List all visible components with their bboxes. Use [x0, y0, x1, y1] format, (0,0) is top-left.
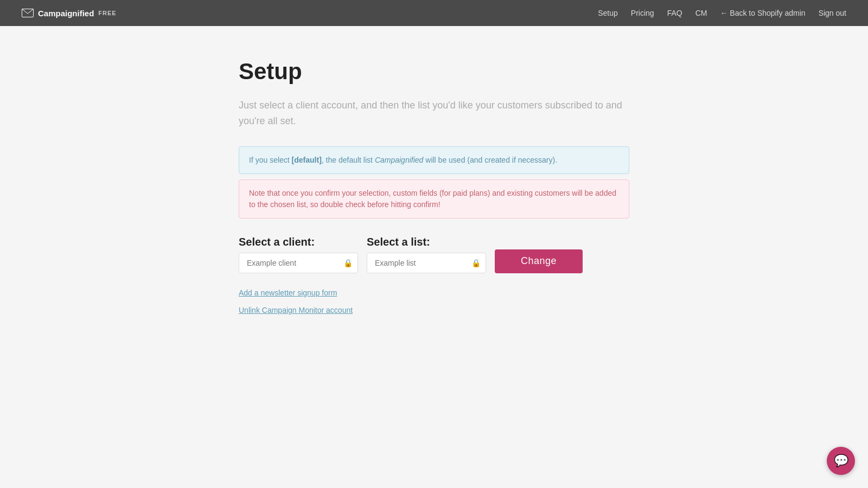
info-blue-bold: [default] [292, 156, 322, 164]
nav-pricing[interactable]: Pricing [631, 9, 654, 17]
list-lock-icon: 🔒 [471, 259, 481, 267]
brand-name: Campaignified [38, 9, 94, 18]
info-box-default: If you select [default], the default lis… [239, 146, 629, 174]
client-selector-group: Select a client: 🔒 [239, 236, 358, 273]
client-lock-icon: 🔒 [343, 259, 353, 267]
info-blue-italic: Campaignified [375, 156, 424, 164]
change-button[interactable]: Change [495, 249, 583, 273]
client-input[interactable] [239, 253, 358, 273]
page-description: Just select a client account, and then t… [239, 98, 629, 129]
selectors-row: Select a client: 🔒 Select a list: 🔒 Chan… [239, 236, 629, 273]
add-newsletter-form-link[interactable]: Add a newsletter signup form [239, 288, 629, 297]
main-nav: Setup Pricing FAQ CM ← Back to Shopify a… [598, 9, 846, 17]
list-label: Select a list: [367, 236, 486, 248]
info-blue-prefix: If you select [249, 156, 292, 164]
nav-faq[interactable]: FAQ [667, 9, 682, 17]
nav-cm[interactable]: CM [695, 9, 707, 17]
nav-back-shopify[interactable]: ← Back to Shopify admin [720, 9, 805, 17]
info-blue-suffix: , the default list [322, 156, 375, 164]
brand-logo: Campaignified FREE [22, 9, 117, 18]
main-content: Setup Just select a client account, and … [0, 26, 868, 336]
info-blue-end: will be used (and created if necessary). [423, 156, 557, 164]
list-selector-group: Select a list: 🔒 [367, 236, 486, 273]
app-header: Campaignified FREE Setup Pricing FAQ CM … [0, 0, 868, 26]
info-pink-text: Note that once you confirm your selectio… [249, 189, 616, 209]
action-links: Add a newsletter signup form Unlink Camp… [239, 288, 629, 314]
client-label: Select a client: [239, 236, 358, 248]
envelope-icon [22, 9, 34, 17]
unlink-campaign-monitor-link[interactable]: Unlink Campaign Monitor account [239, 306, 629, 314]
page-title: Setup [239, 59, 629, 85]
list-input[interactable] [367, 253, 486, 273]
list-input-wrap: 🔒 [367, 253, 486, 273]
client-input-wrap: 🔒 [239, 253, 358, 273]
nav-signout[interactable]: Sign out [819, 9, 846, 17]
info-box-warning: Note that once you confirm your selectio… [239, 179, 629, 219]
nav-setup[interactable]: Setup [598, 9, 618, 17]
brand-badge: FREE [98, 10, 116, 16]
